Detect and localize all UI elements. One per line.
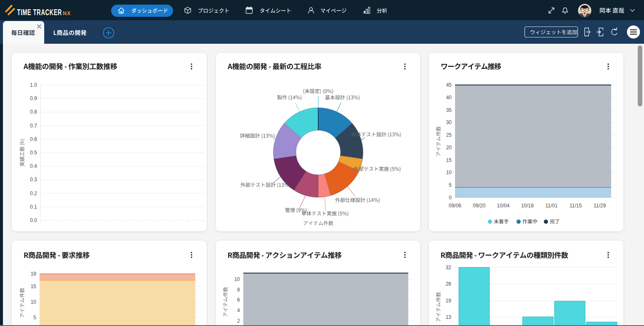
svg-text:25: 25 (446, 132, 452, 138)
svg-text:32: 32 (446, 265, 452, 270)
svg-text:0: 0 (449, 195, 452, 201)
svg-text:26: 26 (446, 281, 452, 287)
svg-text:11/29: 11/29 (593, 203, 606, 209)
svg-text:0.8: 0.8 (30, 109, 37, 115)
svg-text:0.0: 0.0 (30, 217, 37, 223)
svg-text:11/15: 11/15 (569, 203, 582, 209)
svg-text:10/04: 10/04 (497, 203, 510, 209)
svg-text:10: 10 (446, 170, 452, 175)
svg-text:0.1: 0.1 (30, 204, 37, 210)
svg-text:40: 40 (446, 95, 452, 101)
svg-text:NX: NX (63, 11, 71, 16)
svg-text:15: 15 (31, 284, 37, 289)
svg-text:0.5: 0.5 (30, 150, 37, 156)
svg-text:2: 2 (237, 318, 240, 324)
svg-text:5: 5 (449, 182, 452, 188)
svg-text:6: 6 (237, 297, 240, 303)
svg-text:1.0: 1.0 (30, 82, 37, 88)
svg-text:19: 19 (31, 271, 37, 277)
svg-text:09/06: 09/06 (449, 203, 461, 209)
svg-text:20: 20 (446, 145, 452, 151)
svg-text:10: 10 (234, 276, 240, 282)
svg-text:8: 8 (237, 287, 240, 293)
svg-text:0.4: 0.4 (30, 163, 37, 169)
svg-text:10/18: 10/18 (521, 203, 534, 209)
svg-text:10: 10 (31, 299, 37, 305)
svg-text:19: 19 (446, 298, 452, 304)
svg-text:4: 4 (237, 307, 240, 313)
svg-text:13: 13 (446, 314, 452, 320)
svg-text:35: 35 (446, 107, 452, 113)
svg-text:15: 15 (446, 157, 452, 163)
svg-text:0.2: 0.2 (30, 191, 37, 196)
svg-text:5: 5 (33, 315, 36, 321)
svg-text:0.3: 0.3 (30, 177, 37, 183)
svg-text:11/01: 11/01 (546, 203, 558, 209)
svg-text:09/20: 09/20 (473, 203, 485, 209)
svg-text:0.6: 0.6 (30, 136, 37, 142)
svg-text:0.9: 0.9 (30, 95, 37, 101)
svg-text:45: 45 (446, 82, 452, 88)
svg-text:TIME TRACKER: TIME TRACKER (17, 8, 62, 17)
svg-text:0.7: 0.7 (30, 123, 37, 129)
svg-text:30: 30 (446, 119, 452, 125)
